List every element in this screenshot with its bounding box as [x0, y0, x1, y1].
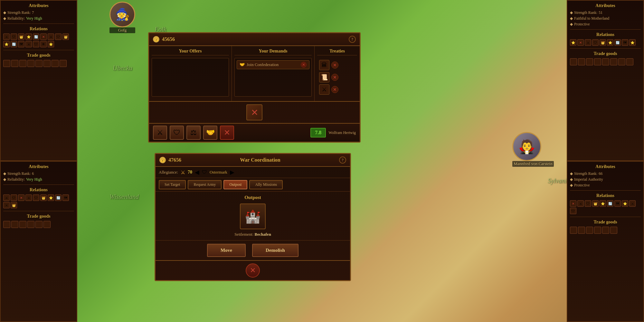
tab-set-target[interactable]: Set Target: [159, 180, 186, 189]
left-top-reliability-row: ◆ Reliability: Very High: [3, 16, 74, 21]
rel-icon: ⭐: [3, 41, 10, 47]
move-button[interactable]: Move: [207, 244, 246, 257]
trade-icon: [43, 221, 51, 228]
trade-icon: [11, 60, 18, 67]
treaty-remove-2[interactable]: ✕: [331, 74, 338, 81]
diamond2-icon: ◆: [3, 16, 6, 21]
trade-icon: [27, 221, 34, 228]
rel-icon: 🛡: [570, 208, 576, 214]
rel-icon: ⭐: [25, 33, 32, 40]
diplomacy-help-button[interactable]: ?: [349, 36, 356, 43]
treaty-remove-1[interactable]: ✕: [331, 62, 338, 69]
diplomacy-dialog-header: 💰 45656 ?: [149, 33, 360, 46]
trade-icon: [19, 221, 26, 228]
rel-icon: ⚔: [25, 194, 32, 201]
rel-icon: 🛡: [11, 194, 17, 201]
war-help-button[interactable]: ?: [339, 156, 346, 164]
rel-icon: ✕: [18, 194, 24, 201]
trade-icon: [578, 227, 585, 234]
gold-coin-icon: 💰: [153, 36, 159, 43]
tab-request-army[interactable]: Request Army: [188, 180, 222, 189]
rel-icon: ⭐: [48, 194, 54, 201]
rel-icon: 🛡: [33, 194, 39, 201]
right-top-protective-row: ◆ Protective: [570, 22, 641, 27]
rel-icon: ✕: [577, 39, 584, 46]
right-char-name: Mannfred von Carstein: [512, 161, 554, 167]
war-close-button[interactable]: ✕: [246, 263, 260, 278]
treaty-remove-3[interactable]: ✕: [331, 86, 338, 93]
rel-icon: ⚔: [3, 202, 10, 208]
diamond-icon: ◆: [570, 10, 573, 15]
nav-left-arrow[interactable]: ◀: [195, 169, 199, 176]
right-top-panel: Attributes ◆ Strength Rank: 51 ◆ Faithfu…: [567, 0, 644, 161]
diplomacy-btn-close[interactable]: ✕: [220, 126, 234, 140]
diamond3-icon: ◆: [570, 183, 573, 188]
demolish-button[interactable]: Demolish: [252, 244, 298, 257]
diplomacy-bottom-bar: ⚔ 🛡 ⚖ 🤝 ✕ 7.8 Wolfram Hertwig: [149, 123, 360, 142]
left-top-relations-grid: ⚔ 🛡 👑 ⭐ 🔄 ✕ ⚔ 🛡 👑 ⭐ 🔄 🗺 ⚔ 🛡 👁 ⭐: [3, 33, 74, 47]
rel-icon: 👑: [592, 200, 599, 207]
diplomacy-btn-coin[interactable]: 🤝: [203, 126, 217, 140]
left-top-panel: Attributes ◆ Strength Rank: 7 ◆ Reliabil…: [0, 0, 77, 161]
trade-icon: [618, 58, 625, 65]
top-char-portrait: 🧙: [109, 2, 135, 27]
rel-icon: 🔄: [55, 194, 62, 201]
war-action-buttons: Move Demolish: [156, 240, 350, 260]
left-bottom-strength-row: ◆ Strength Rank: 6: [3, 171, 74, 176]
left-top-attributes-title: Attributes: [3, 3, 74, 8]
war-dialog-header: 💰 47656 War Coordination ?: [156, 154, 350, 167]
rel-icon: 👑: [11, 202, 17, 208]
left-bottom-trade-title: Trade goods: [3, 214, 74, 219]
tab-ally-missions[interactable]: Ally Missions: [249, 180, 283, 189]
rel-icon: ⚔: [25, 41, 32, 47]
confederation-icon: 🤝: [240, 62, 245, 67]
diamond-icon: ◆: [570, 171, 573, 176]
right-top-strength-row: ◆ Strength Rank: 51: [570, 10, 641, 15]
trade-icon: [3, 221, 10, 228]
war-subtitle-bar: Allegiance: ⚔ 70 ◀ 🛡 Ostermark ▶: [156, 167, 350, 178]
offers-header: Your Offers: [152, 49, 229, 55]
diplomacy-score: 7.8: [310, 128, 326, 137]
trade-icon: [43, 60, 51, 67]
diplomacy-btn-shield[interactable]: 🛡: [170, 126, 184, 140]
trade-icon: [27, 60, 34, 67]
rel-icon: 🛡: [592, 39, 599, 46]
rel-icon: 🔄: [33, 33, 39, 40]
left-top-trade-title: Trade goods: [3, 53, 74, 58]
right-top-relations-grid: ⭐ ✕ ⚔ 🛡 👑 ⭐ 🔄 🗺 ⭐: [570, 39, 641, 46]
trade-icon: [35, 60, 43, 67]
war-close-bar: ✕: [156, 260, 350, 280]
trade-icon: [35, 221, 43, 228]
crossed-swords-button[interactable]: ✕: [246, 104, 262, 120]
allegiance-swords-icon: ⚔: [181, 169, 185, 175]
rel-icon: 🗺: [62, 194, 69, 201]
diplomacy-btn-sword[interactable]: ⚔: [153, 126, 167, 140]
tab-outpost[interactable]: Outpost: [223, 180, 247, 189]
rel-icon: ⚔: [629, 200, 636, 207]
right-top-relations-title: Relations: [570, 32, 641, 37]
left-bottom-trade-goods: [3, 221, 74, 228]
trade-icon: [11, 221, 18, 228]
top-character-area: 🧙 Gofg: [109, 2, 135, 33]
right-bottom-relations-grid: ✕ ⚔ 🛡 👑 ⭐ 🔄 🗺 ⭐ ⚔ 🛡: [570, 200, 641, 214]
right-bottom-relations-title: Relations: [570, 193, 641, 198]
trade-icon: [594, 227, 601, 234]
nav-right-arrow[interactable]: ▶: [230, 169, 234, 176]
war-dialog-title: War Coordination: [184, 157, 336, 163]
demand-remove-button[interactable]: ✕: [301, 62, 307, 68]
trade-icon: [52, 60, 59, 67]
diplomacy-btn-scroll[interactable]: ⚖: [186, 126, 201, 140]
close-x-icon: ✕: [224, 128, 230, 137]
treaty-icon-2: 📜: [319, 72, 329, 82]
rel-icon: 🛡: [55, 33, 62, 40]
faction-shield-icon: 🛡: [202, 169, 207, 175]
diamond2-icon: ◆: [3, 177, 6, 182]
rel-icon: ⭐: [570, 39, 576, 46]
treaties-header: Treaties: [317, 49, 357, 55]
diamond-icon: ◆: [3, 10, 6, 15]
right-char-portrait: 🧛: [512, 132, 541, 161]
rel-icon: ⭐: [607, 39, 613, 46]
rel-icon: ⚔: [3, 33, 10, 40]
offers-column: Your Offers: [149, 46, 232, 101]
faction-name: Ostermark: [210, 170, 227, 175]
